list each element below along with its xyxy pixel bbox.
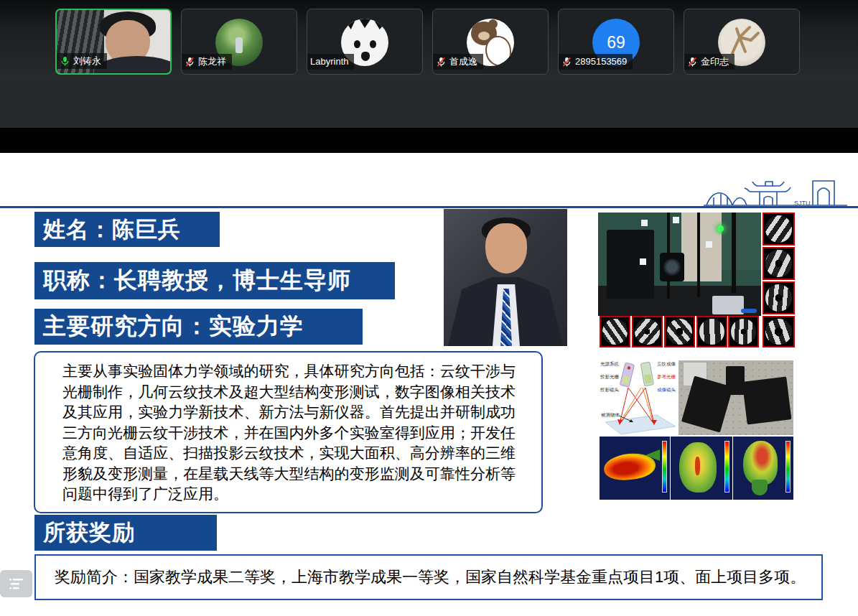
list-icon bbox=[9, 577, 24, 590]
fringe-pattern-thumb bbox=[600, 316, 630, 347]
mic-on-icon bbox=[60, 56, 70, 67]
avatar-bear-muzzle bbox=[478, 32, 490, 40]
fringe-pattern-thumb bbox=[664, 316, 695, 347]
portrait-face bbox=[485, 223, 527, 274]
avatar-bear-body bbox=[485, 36, 511, 66]
avatar-hair bbox=[341, 19, 388, 42]
research-summary-text: 主要从事实验固体力学领域的研究，具体研究方向包括：云纹干涉与光栅制作，几何云纹技… bbox=[62, 361, 516, 505]
diagram-label: 投影光栅 bbox=[600, 374, 620, 380]
equipment-photo bbox=[679, 360, 793, 435]
research-summary-box: 主要从事实验固体力学领域的研究，具体研究方向包括：云纹干涉与光栅制作，几何云纹技… bbox=[34, 351, 543, 513]
3d-scan-face bbox=[671, 437, 732, 500]
fringe-pattern-thumb bbox=[763, 213, 795, 246]
diagram-label: 光源系统 bbox=[600, 361, 620, 367]
lab-camera bbox=[712, 296, 744, 314]
diagram-label: 云纹成像 bbox=[657, 361, 676, 366]
lab-chalkboard bbox=[722, 213, 761, 270]
fringe-pattern-thumb bbox=[632, 316, 663, 347]
diagram-label: 成像镜头 bbox=[657, 387, 676, 393]
research-direction-banner: 主要研究方向：实验力学 bbox=[34, 309, 363, 345]
fish-body bbox=[602, 451, 656, 482]
lab-green-indicator bbox=[717, 225, 724, 232]
participant-name-tag: 刘铸永 bbox=[57, 53, 107, 69]
professor-portrait-photo bbox=[444, 209, 567, 346]
head-surface bbox=[743, 441, 778, 485]
color-scale-bar bbox=[724, 441, 729, 493]
participant-name-tag: 2895153569 bbox=[559, 54, 633, 70]
lab-lens bbox=[660, 253, 684, 281]
lab-label-tag bbox=[706, 241, 712, 248]
name-banner-label: 姓名：陈巨兵 bbox=[43, 215, 181, 245]
watermark-text: SJTU bbox=[794, 200, 811, 207]
name-banner: 姓名：陈巨兵 bbox=[34, 212, 220, 247]
mic-muted-icon bbox=[561, 57, 572, 67]
participant-name-tag: 首成逸 bbox=[433, 54, 483, 70]
lab-label-tag bbox=[673, 217, 679, 223]
lab-post bbox=[697, 213, 700, 297]
awards-banner: 所获奖励 bbox=[34, 515, 217, 551]
meeting-window: 刘铸永 陈龙祥 Labyrin bbox=[0, 0, 858, 616]
participant-name: 金印志 bbox=[701, 54, 729, 70]
color-scale-bar bbox=[662, 441, 667, 493]
fringe-pattern-thumb bbox=[728, 316, 759, 347]
title-banner: 职称：长聘教授，博士生导师 bbox=[34, 262, 395, 299]
avatar-eye bbox=[370, 40, 376, 48]
participant-tile-2895153569[interactable]: 69 2895153569 bbox=[558, 9, 674, 75]
avatar-number: 69 bbox=[607, 33, 625, 52]
participant-tile-liuzhuyong[interactable]: 刘铸永 bbox=[55, 9, 172, 75]
participant-name-tag: 金印志 bbox=[684, 54, 735, 70]
awards-box: 奖励简介：国家教学成果二等奖，上海市教学成果一等奖，国家自然科学基金重点项目1项… bbox=[34, 554, 823, 600]
mic-muted-icon bbox=[185, 57, 195, 67]
black-instrument-box bbox=[742, 376, 792, 424]
lab-setup-photo bbox=[598, 213, 761, 316]
participant-name: 2895153569 bbox=[575, 54, 627, 70]
diagram-label: 参考光栅 bbox=[657, 374, 676, 380]
lab-label-tag bbox=[641, 220, 648, 226]
lab-curtain bbox=[681, 213, 722, 281]
lab-label-tag bbox=[640, 258, 646, 265]
participant-tile-chenlongxiang[interactable]: 陈龙祥 bbox=[181, 9, 297, 75]
participant-tile-jinyinzhi[interactable]: 金印志 bbox=[684, 9, 800, 75]
participant-name: Labyrinth bbox=[310, 54, 348, 70]
participant-name-tag: Labyrinth bbox=[307, 54, 354, 70]
participant-name: 刘铸永 bbox=[73, 53, 101, 69]
diagram-label: 被测物体 bbox=[601, 412, 620, 418]
mic-muted-icon bbox=[436, 57, 447, 67]
lab-post bbox=[732, 213, 736, 293]
color-scale-bar bbox=[785, 441, 791, 493]
diagram-label: 投影镜头 bbox=[600, 387, 620, 393]
lab-photo-collage bbox=[598, 210, 795, 347]
outline-toggle-button[interactable] bbox=[0, 570, 32, 597]
3d-scan-head bbox=[733, 437, 793, 500]
avatar-mouth bbox=[361, 52, 370, 61]
participant-name: 陈龙祥 bbox=[198, 54, 226, 70]
fringe-pattern-thumb bbox=[763, 281, 795, 314]
projection-moire-diagram: 光源系统 投影光栅 投影镜头 云纹成像 参考光栅 成像镜头 被测物体 bbox=[600, 359, 679, 436]
3d-scan-fish bbox=[600, 437, 670, 500]
letterbox-band bbox=[0, 128, 858, 153]
head-neck bbox=[752, 480, 768, 495]
awards-text: 奖励简介：国家教学成果二等奖，上海市教学成果一等奖，国家自然科学基金重点项目1项… bbox=[55, 566, 806, 588]
fringe-pattern-thumb bbox=[763, 247, 795, 280]
instrument-tower bbox=[726, 366, 745, 395]
stage-background-band bbox=[0, 80, 858, 128]
awards-banner-label: 所获奖励 bbox=[43, 518, 135, 548]
fringe-pattern-thumb bbox=[763, 316, 795, 347]
lab-rig bbox=[607, 230, 654, 299]
measurement-collage: 光源系统 投影光栅 投影镜头 云纹成像 参考光栅 成像镜头 被测物体 bbox=[600, 359, 793, 500]
sjtu-skyline-watermark: SJTU bbox=[704, 176, 847, 209]
fringe-pattern-thumb bbox=[696, 316, 727, 347]
participant-tile-shouchengyi[interactable]: 首成逸 bbox=[432, 9, 549, 75]
participant-strip: 刘铸永 陈龙祥 Labyrin bbox=[0, 0, 858, 80]
mic-muted-icon bbox=[687, 57, 698, 67]
face-nose bbox=[695, 457, 700, 475]
participant-name-tag: 陈龙祥 bbox=[182, 54, 232, 70]
participant-tile-labyrinth[interactable]: Labyrinth bbox=[307, 9, 423, 75]
avatar-eye bbox=[354, 40, 360, 48]
title-banner-label: 职称：长聘教授，博士生导师 bbox=[43, 265, 351, 297]
participant-name: 首成逸 bbox=[449, 54, 477, 70]
lab-cable bbox=[741, 309, 757, 313]
research-banner-label: 主要研究方向：实验力学 bbox=[43, 311, 304, 342]
